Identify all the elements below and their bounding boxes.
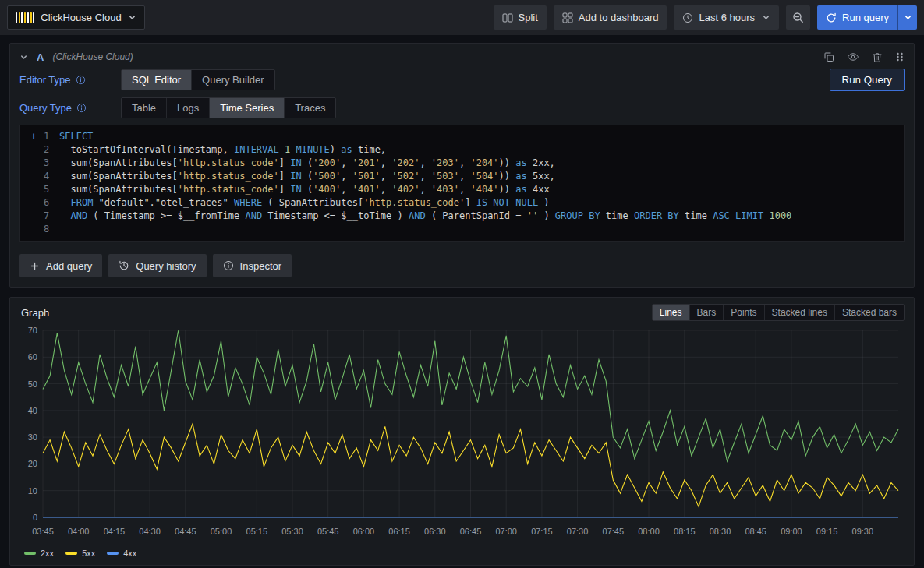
svg-text:06:30: 06:30 [424,527,446,536]
svg-text:06:45: 06:45 [460,527,482,536]
legend-item-2xx[interactable]: 2xx [24,549,54,558]
tab-traces[interactable]: Traces [284,98,335,118]
editor-type-label: Editor Type [19,74,121,86]
run-query-dropdown[interactable] [897,5,917,30]
split-button[interactable]: Split [494,5,547,30]
svg-text:06:15: 06:15 [388,527,410,536]
legend-item-4xx[interactable]: 4xx [107,549,136,558]
svg-text:09:15: 09:15 [816,527,838,536]
graph-canvas[interactable]: 03:4504:0004:1504:3004:4505:0005:1505:30… [19,324,905,546]
svg-text:04:45: 04:45 [175,527,196,536]
svg-text:08:15: 08:15 [674,527,696,536]
svg-text:40: 40 [28,406,37,415]
viz-option-stacked-bars[interactable]: Stacked bars [834,305,904,320]
add-line-plus-icon[interactable]: + [23,130,44,143]
tab-time-series[interactable]: Time Series [209,98,284,118]
graph-title: Graph [21,307,49,319]
drag-handle-grip-icon[interactable] [895,51,905,62]
line-number: 7 [44,210,59,223]
datasource-name: ClickHouse Cloud [41,12,121,23]
gutter-spacer [23,210,44,223]
line-number: 8 [44,223,59,236]
svg-text:60: 60 [28,352,37,362]
svg-text:06:00: 06:00 [353,527,375,536]
svg-text:07:00: 07:00 [495,527,517,536]
run-query-split-button[interactable]: Run query [817,5,917,30]
editor-type-row: Editor Type SQL Editor Query Builder Run… [10,69,914,91]
add-query-button[interactable]: Add query [19,254,102,277]
topbar: ClickHouse Cloud Split Add to dashboard … [0,0,924,35]
tab-logs[interactable]: Logs [166,98,209,118]
code-text: sum(SpanAttributes['http.status_code'] I… [59,170,555,183]
datasource-picker[interactable]: ClickHouse Cloud [7,5,145,30]
code-line[interactable]: 8 [23,223,901,236]
query-type-label: Query Type [19,102,121,114]
code-line[interactable]: 6 FROM "default"."otel_traces" WHERE ( S… [23,196,901,210]
time-range-picker[interactable]: Last 6 hours [674,5,779,30]
svg-text:03:45: 03:45 [32,527,54,536]
query-builder-option[interactable]: Query Builder [191,70,274,90]
svg-text:05:15: 05:15 [246,527,268,536]
add-query-label: Add query [46,260,92,272]
sql-code-editor[interactable]: +1SELECT2 toStartOfInterval(Timestamp, I… [19,125,905,242]
gutter-spacer [23,170,44,183]
graph-panel: Graph Lines Bars Points Stacked lines St… [9,297,915,566]
query-ref-id[interactable]: A [37,51,44,63]
viz-option-points[interactable]: Points [723,305,763,320]
code-line[interactable]: 7 AND ( Timestamp >= $__fromTime AND Tim… [23,210,901,223]
info-icon[interactable] [76,103,87,113]
clickhouse-logo-icon [16,12,34,23]
svg-text:08:30: 08:30 [710,527,731,536]
sql-editor-option[interactable]: SQL Editor [122,70,191,90]
svg-text:04:15: 04:15 [104,527,126,536]
chevron-down-icon [762,13,770,22]
code-lines: +1SELECT2 toStartOfInterval(Timestamp, I… [23,130,901,236]
svg-text:70: 70 [28,326,37,335]
code-text: FROM "default"."otel_traces" WHERE ( Spa… [59,196,550,210]
zoom-out-icon [792,12,804,23]
line-number: 4 [44,170,59,183]
code-text: AND ( Timestamp >= $__fromTime AND Times… [59,210,791,223]
run-query-editor-button[interactable]: Run Query [830,69,905,91]
viz-option-stacked-lines[interactable]: Stacked lines [764,305,834,320]
svg-text:04:30: 04:30 [139,527,161,536]
graph-legend: 2xx5xx4xx [19,546,905,562]
zoom-out-button[interactable] [786,5,810,30]
viz-option-bars[interactable]: Bars [689,305,724,320]
query-history-button[interactable]: Query history [108,254,206,277]
time-range-label: Last 6 hours [699,12,755,23]
legend-label: 5xx [82,549,95,558]
plus-icon [30,261,40,271]
viz-option-lines[interactable]: Lines [653,305,689,320]
add-to-dashboard-label: Add to dashboard [579,12,659,23]
svg-text:05:45: 05:45 [317,527,339,536]
code-line[interactable]: +1SELECT [23,130,901,143]
code-text: sum(SpanAttributes['http.status_code'] I… [59,157,555,170]
code-line[interactable]: 2 toStartOfInterval(Timestamp, INTERVAL … [23,143,901,157]
tab-table[interactable]: Table [122,98,166,118]
info-icon[interactable] [76,75,86,85]
toggle-visibility-eye-icon[interactable] [847,51,859,63]
legend-item-5xx[interactable]: 5xx [65,549,95,558]
collapse-chevron-icon[interactable] [19,53,28,62]
apps-grid-icon [562,12,573,23]
gutter-spacer [23,157,44,170]
code-line[interactable]: 3 sum(SpanAttributes['http.status_code']… [23,157,901,170]
code-line[interactable]: 5 sum(SpanAttributes['http.status_code']… [23,183,901,196]
remove-query-trash-icon[interactable] [872,51,883,63]
code-line[interactable]: 4 sum(SpanAttributes['http.status_code']… [23,170,901,183]
duplicate-query-icon[interactable] [823,51,834,62]
inspector-button[interactable]: Inspector [213,254,292,277]
query-actions-row: Add query Query history Inspector [10,249,914,287]
svg-text:20: 20 [28,459,37,468]
svg-text:30: 30 [28,432,37,442]
svg-text:04:00: 04:00 [68,527,90,536]
svg-text:07:15: 07:15 [531,527,553,536]
line-number: 2 [44,143,59,157]
gutter-spacer [23,223,44,236]
query-type-row: Query Type Table Logs Time Series Traces [10,97,914,118]
code-text: toStartOfInterval(Timestamp, INTERVAL 1 … [59,143,386,157]
svg-text:09:30: 09:30 [852,527,874,536]
add-to-dashboard-button[interactable]: Add to dashboard [554,5,667,30]
legend-swatch [24,552,36,555]
